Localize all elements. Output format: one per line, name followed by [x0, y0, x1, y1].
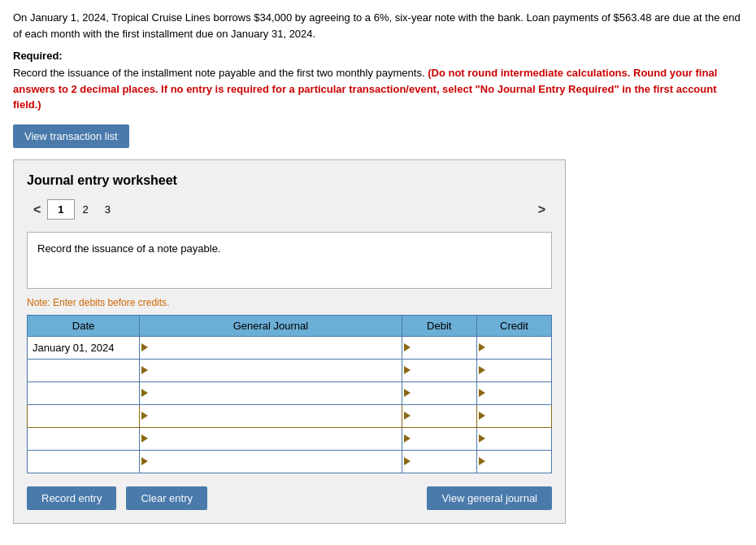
journal-table: Date General Journal Debit Credit Januar…: [27, 315, 552, 473]
credit-input-5[interactable]: [489, 428, 551, 450]
debit-cell-2[interactable]: [402, 359, 476, 382]
tri-marker: [404, 457, 411, 465]
debit-input-4[interactable]: [414, 405, 476, 427]
table-row: [28, 359, 552, 382]
debit-input-3[interactable]: [414, 382, 476, 404]
tri-marker: [141, 343, 148, 351]
date-cell-6: [28, 450, 140, 473]
next-arrow[interactable]: >: [532, 199, 552, 220]
credit-input-1[interactable]: [489, 337, 551, 359]
gj-input-3[interactable]: [151, 382, 402, 404]
credit-cell-6[interactable]: [476, 450, 551, 473]
date-cell-4: [28, 404, 140, 427]
gj-cell-3[interactable]: [140, 382, 402, 404]
debit-input-1[interactable]: [414, 337, 476, 359]
button-row: Record entry Clear entry View general jo…: [27, 486, 552, 510]
tri-marker: [404, 366, 411, 374]
clear-entry-button[interactable]: Clear entry: [126, 486, 207, 510]
tri-marker: [479, 457, 485, 465]
page-gap-3: 3: [97, 200, 119, 219]
tri-marker: [141, 389, 148, 397]
view-general-journal-button[interactable]: View general journal: [427, 486, 552, 510]
tri-marker: [404, 434, 411, 443]
col-credit: Credit: [476, 315, 551, 336]
page-tab-1[interactable]: 1: [47, 199, 74, 220]
date-cell-1: January 01, 2024: [28, 336, 140, 359]
table-row: January 01, 2024: [28, 336, 552, 359]
tri-marker: [141, 434, 148, 443]
worksheet-container: Journal entry worksheet < 1 2 3 > Record…: [13, 159, 566, 524]
required-label: Required:: [13, 50, 743, 62]
credit-input-3[interactable]: [489, 382, 551, 404]
tri-marker: [479, 412, 485, 420]
credit-cell-1[interactable]: [476, 336, 551, 359]
debit-input-6[interactable]: [414, 451, 476, 473]
gj-cell-1[interactable]: [140, 336, 402, 359]
table-row: [28, 427, 552, 450]
date-cell-2: [28, 359, 140, 382]
gj-input-1[interactable]: [151, 337, 402, 359]
description-box: Record the issuance of a note payable.: [27, 232, 552, 289]
gj-cell-5[interactable]: [140, 427, 402, 450]
tri-marker: [479, 366, 485, 374]
worksheet-title: Journal entry worksheet: [27, 173, 552, 188]
tri-marker: [479, 389, 485, 397]
tri-marker: [404, 343, 411, 351]
credit-cell-4[interactable]: [476, 404, 551, 427]
tri-marker: [404, 389, 411, 397]
table-row: [28, 404, 552, 427]
debit-cell-6[interactable]: [402, 450, 476, 473]
credit-input-6[interactable]: [489, 451, 551, 473]
prev-arrow[interactable]: <: [27, 199, 47, 220]
tri-marker: [141, 412, 148, 420]
record-entry-button[interactable]: Record entry: [27, 486, 116, 510]
tri-marker: [141, 366, 148, 374]
gj-cell-2[interactable]: [140, 359, 402, 382]
page-gap-2: 2: [75, 200, 97, 219]
table-row: [28, 382, 552, 404]
debit-cell-3[interactable]: [402, 382, 476, 404]
tri-marker: [141, 457, 148, 465]
credit-cell-3[interactable]: [476, 382, 551, 404]
debit-input-2[interactable]: [414, 360, 476, 382]
credit-cell-5[interactable]: [476, 427, 551, 450]
tri-marker: [479, 434, 485, 443]
col-general-journal: General Journal: [140, 315, 402, 336]
tri-marker: [404, 412, 411, 420]
description-text: Record the issuance of a note payable.: [37, 242, 220, 255]
gj-input-6[interactable]: [151, 451, 402, 473]
date-cell-5: [28, 427, 140, 450]
debit-input-5[interactable]: [414, 428, 476, 450]
instructions: Record the issuance of the installment n…: [13, 65, 743, 113]
instructions-plain: Record the issuance of the installment n…: [13, 67, 425, 79]
table-row: [28, 450, 552, 473]
debit-cell-4[interactable]: [402, 404, 476, 427]
credit-cell-2[interactable]: [476, 359, 551, 382]
col-date: Date: [28, 315, 140, 336]
gj-input-2[interactable]: [151, 360, 402, 382]
pagination: < 1 2 3 >: [27, 199, 552, 220]
gj-cell-6[interactable]: [140, 450, 402, 473]
col-debit: Debit: [402, 315, 476, 336]
gj-input-5[interactable]: [151, 428, 402, 450]
debit-cell-1[interactable]: [402, 336, 476, 359]
tri-marker: [479, 343, 485, 351]
date-cell-3: [28, 382, 140, 404]
debit-cell-5[interactable]: [402, 427, 476, 450]
gj-input-4[interactable]: [151, 405, 402, 427]
view-transaction-button[interactable]: View transaction list: [13, 124, 129, 148]
credit-input-2[interactable]: [489, 360, 551, 382]
note-text: Note: Enter debits before credits.: [27, 297, 552, 308]
gj-cell-4[interactable]: [140, 404, 402, 427]
credit-input-4[interactable]: [489, 405, 551, 427]
problem-intro: On January 1, 2024, Tropical Cruise Line…: [13, 10, 743, 41]
